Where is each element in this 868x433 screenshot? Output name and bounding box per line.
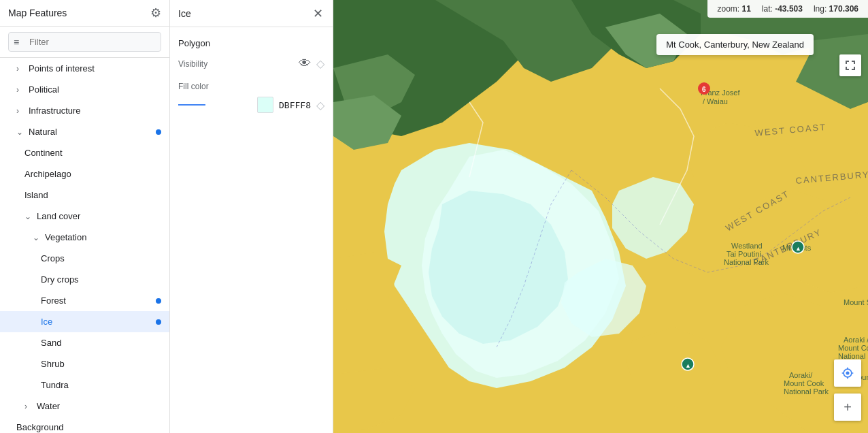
gear-icon[interactable]: ⚙ xyxy=(150,5,161,20)
svg-text:Mount Cook: Mount Cook xyxy=(838,344,868,352)
sidebar-item-label: Water xyxy=(37,401,60,411)
filter-input[interactable] xyxy=(8,32,161,52)
fill-color-row: DBFFF8 ◇ xyxy=(178,97,324,113)
sidebar-item-background[interactable]: Background xyxy=(0,417,169,433)
detail-section-title: Polygon xyxy=(178,38,324,48)
sidebar-item-forest[interactable]: Forest xyxy=(0,290,169,311)
detail-panel: Ice ✕ Polygon Visibility 👁 ◇ Fill color … xyxy=(170,0,333,433)
chevron-down-icon: ⌄ xyxy=(33,233,41,242)
svg-text:National Park: National Park xyxy=(724,258,769,266)
detail-title: Ice xyxy=(178,8,191,19)
sidebar-item-label: Archipelago xyxy=(24,169,71,179)
sidebar-item-natural[interactable]: ⌄ Natural xyxy=(0,121,169,142)
chevron-down-icon: ⌄ xyxy=(16,127,24,137)
eye-icon[interactable]: 👁 xyxy=(299,57,311,71)
svg-text:Aoraki/: Aoraki/ xyxy=(789,371,813,379)
sidebar-item-label: Background xyxy=(16,422,63,432)
fullscreen-button[interactable] xyxy=(839,54,861,76)
sidebar-item-label: Continent xyxy=(24,148,63,158)
svg-text:/ Waiau: / Waiau xyxy=(703,97,728,106)
active-dot xyxy=(156,319,161,325)
sidebar-item-label: Sand xyxy=(41,338,61,348)
chevron-right-icon: › xyxy=(16,106,24,116)
chevron-right-icon: › xyxy=(16,85,24,95)
active-dot xyxy=(156,129,161,135)
sidebar-item-dry-crops[interactable]: Dry crops xyxy=(0,269,169,290)
sidebar-item-sand[interactable]: Sand xyxy=(0,332,169,353)
detail-body: Polygon Visibility 👁 ◇ Fill color DBFFF8… xyxy=(170,27,333,124)
sidebar-item-ice[interactable]: Ice xyxy=(0,311,169,332)
svg-text:▲: ▲ xyxy=(685,362,691,369)
color-value: DBFFF8 xyxy=(279,100,311,110)
diamond-icon-2[interactable]: ◇ xyxy=(316,99,324,112)
sidebar-title: Map Features xyxy=(8,7,67,18)
sidebar-filter-section: ≡ xyxy=(0,27,169,58)
fill-line xyxy=(178,104,205,106)
sidebar-item-label: Land cover xyxy=(37,211,80,221)
sidebar-item-crops[interactable]: Crops xyxy=(0,248,169,269)
visibility-label: Visibility xyxy=(178,59,207,69)
svg-text:Mount Cook: Mount Cook xyxy=(784,379,824,387)
close-button[interactable]: ✕ xyxy=(312,6,324,21)
zoom-plus-button[interactable]: + xyxy=(834,394,861,421)
sidebar-item-island[interactable]: Island xyxy=(0,185,169,206)
fill-color-value-row: DBFFF8 ◇ xyxy=(257,97,324,113)
active-dot xyxy=(156,298,161,304)
sidebar-item-label: Island xyxy=(24,190,48,200)
sidebar-item-political[interactable]: › Political xyxy=(0,79,169,100)
svg-point-0 xyxy=(846,372,850,375)
map-svg: WEST COAST CANTERBURY WEST COAST CANTERB… xyxy=(333,0,868,433)
sidebar-item-label: Political xyxy=(29,84,59,95)
sidebar-item-label: Forest xyxy=(41,295,66,306)
location-button[interactable] xyxy=(834,359,861,387)
sidebar-item-label: Crops xyxy=(41,253,65,263)
svg-text:▲: ▲ xyxy=(795,245,801,252)
color-swatch[interactable] xyxy=(257,97,273,113)
diamond-icon[interactable]: ◇ xyxy=(316,57,324,70)
map-coordinates-bar: zoom: 11 lat: -43.503 lng: 170.306 xyxy=(707,0,868,18)
location-label: Mt Cook, Canterbury, New Zealand xyxy=(666,39,804,50)
filter-wrap: ≡ xyxy=(8,32,161,52)
visibility-row: Visibility 👁 ◇ xyxy=(178,57,324,71)
lat-label: lat: -43.503 xyxy=(762,4,803,14)
sidebar-item-points-of-interest[interactable]: › Points of interest xyxy=(0,58,169,79)
sidebar-item-label: Tundra xyxy=(41,380,69,390)
sidebar-item-infrastructure[interactable]: › Infrastructure xyxy=(0,100,169,121)
sidebar-item-label: Shrub xyxy=(41,359,65,369)
sidebar: Map Features ⚙ ≡ › Points of interest › … xyxy=(0,0,170,433)
sidebar-item-archipelago[interactable]: Archipelago xyxy=(0,163,169,185)
location-label-box: Mt Cook, Canterbury, New Zealand xyxy=(656,34,814,55)
svg-text:Aoraki /: Aoraki / xyxy=(844,336,868,344)
lng-label: lng: 170.306 xyxy=(814,4,858,14)
sidebar-item-water[interactable]: › Water xyxy=(0,396,169,417)
sidebar-item-tundra[interactable]: Tundra xyxy=(0,374,169,396)
sidebar-item-vegetation[interactable]: ⌄ Vegetation xyxy=(0,227,169,248)
chevron-right-icon: › xyxy=(24,402,33,411)
filter-icon: ≡ xyxy=(14,37,19,48)
plus-icon: + xyxy=(844,400,852,415)
fill-color-section: Fill color DBFFF8 ◇ xyxy=(178,82,324,113)
svg-text:6: 6 xyxy=(702,86,706,93)
chevron-down-icon: ⌄ xyxy=(24,212,33,221)
sidebar-item-shrub[interactable]: Shrub xyxy=(0,353,169,374)
zoom-label: zoom: 11 xyxy=(717,4,750,14)
sidebar-item-label: Ice xyxy=(41,317,52,327)
sidebar-item-land-cover[interactable]: ⌄ Land cover xyxy=(0,206,169,227)
sidebar-item-label: Infrastructure xyxy=(29,106,81,116)
fill-color-label: Fill color xyxy=(178,82,324,91)
map-area[interactable]: zoom: 11 lat: -43.503 lng: 170.306 Mt Co… xyxy=(333,0,868,433)
svg-text:Mount Sibbald: Mount Sibbald xyxy=(844,298,868,306)
svg-text:Westland: Westland xyxy=(731,242,763,250)
visibility-controls: 👁 ◇ xyxy=(299,57,324,71)
sidebar-header: Map Features ⚙ xyxy=(0,0,169,27)
svg-text:Tai Poutini: Tai Poutini xyxy=(727,250,761,258)
sidebar-item-label: Natural xyxy=(29,127,57,137)
sidebar-item-label: Vegetation xyxy=(45,232,86,242)
sidebar-item-label: Points of interest xyxy=(29,63,95,74)
detail-header: Ice ✕ xyxy=(170,0,333,27)
sidebar-item-label: Dry crops xyxy=(41,274,79,285)
sidebar-item-continent[interactable]: Continent xyxy=(0,142,169,163)
chevron-right-icon: › xyxy=(16,64,24,74)
fill-color-display xyxy=(178,104,211,106)
svg-text:National Park: National Park xyxy=(784,387,829,396)
